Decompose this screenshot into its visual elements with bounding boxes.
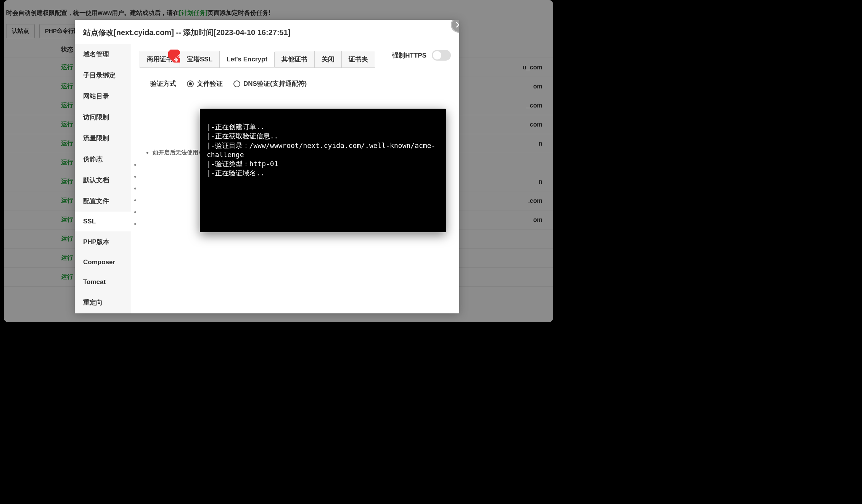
radio-icon [187, 80, 194, 87]
hidden-bullet [140, 209, 142, 215]
force-https-toggle[interactable] [432, 50, 451, 61]
tab-商用证书[interactable]: 商用证书 [140, 51, 180, 67]
sidebar-item-域名管理[interactable]: 域名管理 [75, 44, 131, 65]
sidebar-item-重定向[interactable]: 重定向 [75, 292, 131, 313]
sidebar-item-网站目录[interactable]: 网站目录 [75, 86, 131, 107]
domain-cell: .com [528, 197, 542, 204]
status-run: 运行 [4, 101, 73, 109]
tab-Let's Encrypt[interactable]: Let's Encrypt [220, 52, 275, 67]
hidden-bullet [140, 220, 142, 227]
domain-cell: u_com [523, 64, 542, 71]
domain-cell: n [539, 140, 542, 147]
domain-cell: om [533, 217, 542, 223]
sidebar-item-配置文件[interactable]: 配置文件 [75, 191, 131, 212]
sidebar-item-SSL[interactable]: SSL [75, 212, 131, 231]
sidebar-item-默认文档[interactable]: 默认文档 [75, 170, 131, 191]
status-run: 运行 [4, 82, 73, 90]
hidden-bullet [140, 197, 142, 203]
domain-cell: _com [526, 102, 542, 109]
domain-cell: com [530, 121, 542, 128]
terminal-line: |-正在创建订单.. [207, 122, 439, 132]
site-edit-modal: 站点修改[next.cyida.com] -- 添加时间[2023-04-10 … [75, 20, 459, 313]
sidebar-item-反向代理[interactable]: 反向代理 [75, 313, 131, 313]
hidden-bullet [140, 161, 142, 168]
terminal-line: |-正在获取验证信息.. [207, 132, 439, 141]
force-https-label: 强制HTTPS [392, 51, 426, 60]
tip-pre: 时会自动创建权限配置，统一使用www用户。建站成功后，请在 [6, 10, 179, 16]
modal-title: 站点修改[next.cyida.com] -- 添加时间[2023-04-10 … [75, 20, 459, 44]
sidebar-item-子目录绑定[interactable]: 子目录绑定 [75, 65, 131, 86]
tab-其他证书[interactable]: 其他证书 [275, 51, 315, 67]
verify-label: 验证方式 [150, 79, 176, 88]
status-run: 运行 [4, 216, 73, 224]
tab-关闭[interactable]: 关闭 [315, 51, 342, 67]
status-run: 运行 [4, 63, 73, 71]
verify-dns-label: DNS验证(支持通配符) [243, 79, 307, 88]
recommend-ribbon-icon [168, 50, 181, 63]
domain-cell: om [533, 83, 542, 90]
sidebar-item-Tomcat[interactable]: Tomcat [75, 272, 131, 292]
terminal-output: |-正在创建订单..|-正在获取验证信息..|-验证目录：/www/wwwroo… [200, 109, 446, 232]
verify-row: 验证方式 文件验证 DNS验证(支持通配符) [140, 79, 451, 88]
status-run: 运行 [4, 178, 73, 186]
terminal-line: |-验证目录：/www/wwwroot/next.cyida.com/.well… [207, 141, 439, 160]
radio-icon [233, 80, 240, 87]
default-site-button[interactable]: 认站点 [6, 24, 35, 38]
status-run: 运行 [4, 120, 73, 128]
terminal-line: |-验证类型：http-01 [207, 159, 439, 169]
hidden-bullet [140, 185, 142, 191]
status-run: 运行 [4, 273, 73, 281]
modal-main: 强制HTTPS 商用证书宝塔SSLLet's Encrypt其他证书关闭证书夹 … [131, 44, 459, 313]
sidebar-item-伪静态[interactable]: 伪静态 [75, 149, 131, 170]
sidebar-item-流量限制[interactable]: 流量限制 [75, 128, 131, 149]
domain-cell: n [539, 178, 542, 185]
tip-post: 页面添加定时备份任务! [207, 10, 270, 16]
tab-宝塔SSL[interactable]: 宝塔SSL [180, 51, 220, 67]
status-run: 运行 [4, 140, 73, 148]
ssl-tabs: 商用证书宝塔SSLLet's Encrypt其他证书关闭证书夹 [140, 51, 375, 68]
sidebar-item-Composer[interactable]: Composer [75, 252, 131, 272]
tip-link[interactable]: [计划任务] [179, 10, 207, 16]
status-run: 运行 [4, 159, 73, 167]
verify-file-label: 文件验证 [197, 79, 223, 88]
force-https-row: 强制HTTPS [392, 50, 451, 61]
verify-file-radio[interactable]: 文件验证 [187, 79, 223, 88]
status-run: 运行 [4, 197, 73, 205]
status-run: 运行 [4, 235, 73, 243]
verify-dns-radio[interactable]: DNS验证(支持通配符) [233, 79, 307, 88]
tab-证书夹[interactable]: 证书夹 [342, 51, 375, 67]
status-run: 运行 [4, 254, 73, 262]
modal-side-nav: 域名管理子目录绑定网站目录访问限制流量限制伪静态默认文档配置文件SSLPHP版本… [75, 44, 131, 313]
hidden-bullet [140, 173, 142, 180]
sidebar-item-PHP版本[interactable]: PHP版本 [75, 231, 131, 252]
close-icon [455, 21, 459, 29]
terminal-line: |-正在验证域名.. [207, 169, 439, 178]
sidebar-item-访问限制[interactable]: 访问限制 [75, 107, 131, 128]
